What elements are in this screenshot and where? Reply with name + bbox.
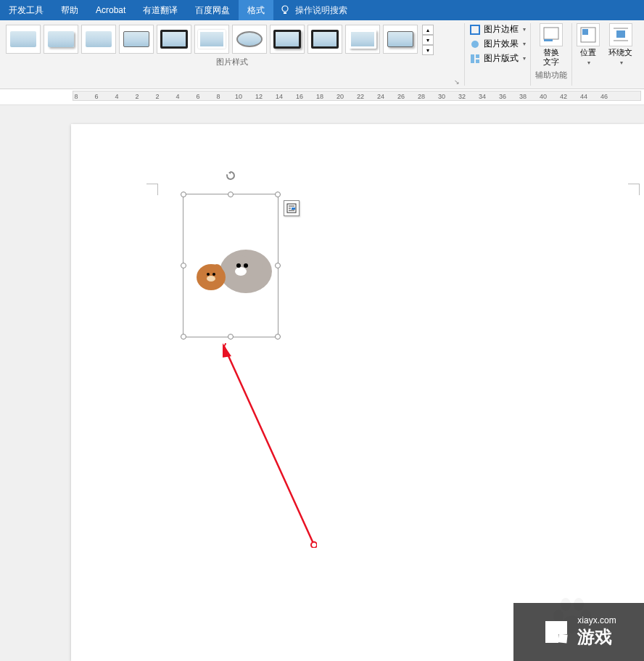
gallery-scroll-up[interactable]: ▴ [422, 25, 434, 35]
style-thumbnail-11[interactable] [383, 25, 418, 54]
ruler-tick: 46 [600, 91, 608, 102]
svg-point-19 [244, 263, 248, 268]
picture-layout-button[interactable]: 图片版式 ▾ [469, 52, 526, 65]
tab-baidu[interactable]: 百度网盘 [186, 0, 239, 20]
picture-effects-button[interactable]: 图片效果 ▾ [469, 38, 526, 50]
accessibility-group-label: 辅助功能 [535, 70, 567, 82]
alt-text-group: 替换 文字 辅助功能 [531, 20, 571, 89]
ruler-tick: 4 [115, 91, 118, 102]
svg-rect-1 [471, 25, 479, 34]
resize-handle-ne[interactable] [275, 192, 281, 197]
svg-point-28 [311, 542, 317, 548]
selected-picture[interactable] [183, 194, 278, 337]
ruler-tick: 14 [276, 91, 283, 102]
styles-dialog-launcher[interactable]: ↘ [454, 78, 463, 87]
picture-layout-label: 图片版式 [484, 52, 519, 65]
chevron-down-icon: ▾ [523, 26, 526, 33]
ruler-tick: 28 [418, 91, 425, 102]
resize-handle-nw[interactable] [181, 192, 186, 197]
position-button[interactable]: 位置▾ [580, 48, 596, 67]
picture-style-gallery: ▴ ▾ ▾ [0, 20, 464, 57]
style-thumbnail-6[interactable] [194, 25, 229, 54]
tab-acrobat[interactable]: Acrobat [87, 0, 134, 20]
svg-line-26 [223, 343, 314, 545]
position-icon [577, 23, 600, 46]
margin-mark-top-left [146, 184, 158, 195]
chevron-down-icon: ▾ [523, 55, 526, 62]
ruler-tick: 6 [196, 91, 199, 102]
ruler-tick: 24 [377, 91, 384, 102]
svg-point-16 [248, 257, 263, 277]
ruler-tick: 20 [337, 91, 344, 102]
resize-handle-n[interactable] [228, 192, 234, 197]
svg-rect-5 [476, 59, 479, 63]
resize-handle-sw[interactable] [181, 334, 186, 340]
style-thumbnail-9[interactable] [307, 25, 342, 54]
ruler-tick: 2 [135, 91, 139, 102]
rotate-handle[interactable] [225, 170, 236, 181]
styles-group-label: 图片样式 [0, 57, 464, 69]
picture-adjust-group: 图片边框 ▾ 图片效果 ▾ 图片版式 ▾ [465, 20, 530, 89]
effects-icon [469, 38, 481, 50]
svg-point-0 [282, 6, 288, 12]
svg-point-27 [223, 343, 226, 346]
resize-handle-e[interactable] [275, 263, 281, 268]
watermark-overlay: xiayx.com 游戏 [513, 603, 644, 661]
wrap-text-icon [609, 23, 632, 46]
annotation-arrow [223, 343, 317, 548]
style-thumbnail-8[interactable] [270, 25, 305, 54]
layout-options-button[interactable] [284, 200, 300, 216]
tell-me-search[interactable]: 操作说明搜索 [279, 4, 347, 17]
style-thumbnail-4[interactable] [119, 25, 154, 54]
ruler-tick: 10 [235, 91, 242, 102]
ruler-tick: 38 [519, 91, 527, 102]
watermark-url: xiayx.com [577, 615, 616, 625]
ruler-tick: 26 [397, 91, 405, 102]
style-thumbnail-3[interactable] [81, 25, 116, 54]
picture-effects-label: 图片效果 [484, 38, 519, 50]
ruler-tick: 40 [540, 91, 547, 102]
ruler-tick: 36 [499, 91, 506, 102]
picture-border-button[interactable]: 图片边框 ▾ [469, 23, 526, 36]
position-group: 位置▾ [572, 20, 604, 89]
style-thumbnail-2[interactable] [44, 25, 78, 54]
tab-help[interactable]: 帮助 [52, 0, 87, 20]
svg-marker-29 [223, 343, 231, 358]
margin-mark-top-right [628, 184, 640, 195]
chevron-down-icon: ▾ [523, 41, 526, 47]
style-thumbnail-10[interactable] [345, 25, 380, 54]
ruler-tick: 4 [176, 91, 179, 102]
svg-rect-7 [544, 39, 553, 41]
tab-youdao[interactable]: 有道翻译 [134, 0, 186, 20]
style-thumbnail-5[interactable] [157, 25, 191, 54]
svg-rect-3 [471, 54, 474, 63]
svg-rect-10 [616, 30, 625, 38]
resize-handle-se[interactable] [275, 334, 281, 340]
svg-point-2 [471, 41, 479, 48]
svg-rect-9 [582, 29, 588, 35]
ruler-tick: 44 [580, 91, 587, 102]
tab-developer[interactable]: 开发工具 [0, 0, 52, 20]
svg-point-17 [235, 267, 247, 276]
resize-handle-s[interactable] [228, 334, 234, 340]
document-area [0, 105, 644, 661]
gallery-expand[interactable]: ▾ [422, 45, 434, 55]
horizontal-ruler[interactable]: 8642246810121416182022242628303234363840… [0, 89, 644, 105]
alt-text-button[interactable]: 替换 文字 [543, 48, 559, 67]
picture-border-label: 图片边框 [484, 23, 519, 36]
svg-point-18 [236, 263, 241, 268]
ruler-tick: 8 [74, 91, 78, 102]
ruler-tick: 34 [479, 91, 486, 102]
resize-handle-w[interactable] [181, 263, 186, 268]
wrap-text-button[interactable]: 环绕文▾ [608, 48, 632, 67]
gallery-scroll-down[interactable]: ▾ [422, 35, 434, 45]
style-thumbnail-1[interactable] [6, 25, 41, 54]
alt-text-icon [540, 23, 563, 46]
game-logo-icon [541, 617, 571, 647]
ruler-track: 8642246810121416182022242628303234363840… [73, 91, 641, 101]
style-thumbnail-7[interactable] [232, 25, 267, 54]
ruler-tick: 42 [560, 91, 567, 102]
svg-point-24 [207, 273, 210, 276]
document-page[interactable] [71, 124, 644, 661]
tab-format[interactable]: 格式 [239, 0, 273, 20]
